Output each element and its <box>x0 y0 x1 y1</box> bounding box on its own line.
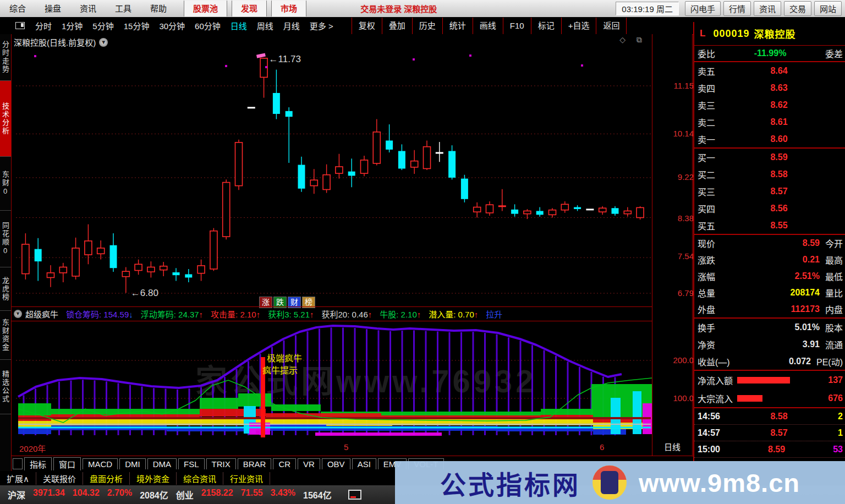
sell-label: 卖五 <box>698 64 715 78</box>
tab2-3[interactable]: 境外资金 <box>130 472 177 485</box>
indicator-name[interactable]: 超级疯牛 <box>25 308 58 320</box>
tab-DMI[interactable]: DMI <box>119 458 146 469</box>
top-button-2[interactable]: 资讯 <box>754 1 781 16</box>
buy-row-1: 买二8.58 <box>694 166 845 183</box>
tab-FSL[interactable]: FSL <box>178 458 205 469</box>
sidebar-tab-4[interactable]: 龙虎榜 <box>0 267 11 311</box>
menu-item-3[interactable]: 工具 <box>106 0 141 17</box>
watermark-banner: 公式指标网 www.9m8.cn <box>395 461 845 504</box>
menu-item-0[interactable]: 综合 <box>0 0 35 17</box>
tick-volume: 1 <box>838 428 843 438</box>
tab-指标[interactable]: 指标 <box>24 457 52 470</box>
marker-dot <box>469 54 471 57</box>
action-标记[interactable]: 标记 <box>531 18 561 34</box>
sidebar-tab-1[interactable]: 技术分析 <box>0 81 11 157</box>
tab-DMA[interactable]: DMA <box>147 458 177 469</box>
period-tab-0[interactable]: 分时 <box>30 20 57 31</box>
action-画线[interactable]: 画线 <box>473 18 503 34</box>
sidebar-tab-5[interactable]: 东财资金 <box>0 311 11 360</box>
action-+自选[interactable]: +自选 <box>561 18 596 34</box>
top-button-4[interactable]: 网站 <box>814 1 842 16</box>
buy-price: 8.55 <box>770 221 787 231</box>
indicator-field-label: 锁仓筹码: 154.59 <box>66 310 129 319</box>
candle <box>549 208 556 217</box>
sell-label: 卖二 <box>698 116 715 129</box>
tab-CR[interactable]: CR <box>273 458 296 469</box>
candle <box>398 144 405 170</box>
buy-row-0: 买一8.59 <box>694 149 845 166</box>
tick-row-1: 14:578.571 <box>694 425 845 441</box>
action-返回[interactable]: 返回 <box>596 18 627 34</box>
candle <box>286 107 293 163</box>
period-tab-5[interactable]: 60分钟 <box>190 20 226 31</box>
price-tick-0: 11.15 <box>654 81 694 90</box>
sidebar-tab-6[interactable]: 精选公式 <box>0 360 11 414</box>
collapse-icon[interactable]: ▼ <box>14 310 22 318</box>
chevron-down-icon[interactable]: ▼ <box>99 38 108 47</box>
tab-TRIX[interactable]: TRIX <box>206 458 236 469</box>
action-F10[interactable]: F10 <box>503 18 531 34</box>
tab-MACD[interactable]: MACD <box>83 458 118 469</box>
menu-item-2[interactable]: 资讯 <box>70 0 106 17</box>
window-icon[interactable] <box>15 22 25 29</box>
candle <box>536 207 544 216</box>
period-tab-4[interactable]: 30分钟 <box>154 20 190 31</box>
candle <box>35 238 42 281</box>
monitor-icon[interactable] <box>348 490 361 500</box>
tab-VR[interactable]: VR <box>298 458 320 469</box>
action-复权[interactable]: 复权 <box>352 18 382 34</box>
period-tab-9[interactable]: 更多 > <box>305 20 338 31</box>
menu-cell-1[interactable]: 发现 <box>232 1 267 17</box>
candle <box>461 175 468 202</box>
tab-窗口[interactable]: 窗口 <box>53 457 81 470</box>
period-tab-8[interactable]: 月线 <box>278 20 305 31</box>
sidebar-tab-0[interactable]: 分时走势 <box>0 34 11 81</box>
menu-item-4[interactable]: 帮助 <box>141 0 176 17</box>
action-统计[interactable]: 统计 <box>442 18 473 34</box>
candle <box>147 261 155 277</box>
tab-BRAR[interactable]: BRAR <box>238 458 272 469</box>
period-tab-6[interactable]: 日线 <box>226 20 252 31</box>
sidebar-tab-2[interactable]: 东财0 <box>0 157 11 211</box>
indicator-chart[interactable]: 家公式网www.76932极端疯牛疯牛提示 <box>14 321 652 440</box>
tab-mini[interactable] <box>13 458 23 469</box>
info2-row-1: 净资3.91流通 <box>694 336 845 353</box>
tick-row-0: 14:568.582 <box>694 408 845 425</box>
sidebar-tab-3[interactable]: 同花顺0 <box>0 211 11 267</box>
candle <box>173 268 180 281</box>
sell-row-2: 卖三8.62 <box>694 96 845 113</box>
candlestick-chart[interactable]: ←11.73←6.80 <box>14 50 652 300</box>
period-tab-7[interactable]: 周线 <box>252 20 278 31</box>
menu-cell-0[interactable]: 股票池 <box>184 1 227 17</box>
top-button-3[interactable]: 交易 <box>784 1 811 16</box>
candle <box>160 262 167 276</box>
candle <box>448 145 456 179</box>
tab2-4[interactable]: 综合资讯 <box>177 472 223 485</box>
tab-OBV[interactable]: OBV <box>322 458 350 469</box>
clock: 03:19:19 周二 <box>616 2 679 15</box>
sell-row-3: 卖二8.61 <box>694 113 845 130</box>
period-tab-2[interactable]: 5分钟 <box>87 20 118 31</box>
period-tab-1[interactable]: 1分钟 <box>57 20 87 31</box>
tab-ASI[interactable]: ASI <box>352 458 376 469</box>
menu-item-1[interactable]: 操盘 <box>35 0 70 17</box>
action-历史[interactable]: 历史 <box>412 18 442 34</box>
tab2-1[interactable]: 关联报价 <box>36 472 83 485</box>
top-button-1[interactable]: 行情 <box>723 1 751 16</box>
tab2-5[interactable]: 行业资讯 <box>223 472 270 485</box>
info-label: 涨跌 <box>698 253 715 266</box>
candle <box>210 228 217 271</box>
top-button-0[interactable]: 闪电手 <box>685 1 721 16</box>
status-item-6: 2158.22 <box>201 488 233 501</box>
period-tab-3[interactable]: 15分钟 <box>119 20 155 31</box>
tab2-0[interactable]: 扩展∧ <box>0 472 36 485</box>
band <box>18 428 51 434</box>
chart-corner-icons[interactable]: ◇ ⧉ <box>619 35 646 45</box>
login-status[interactable]: 交易未登录 深粮控股 <box>360 3 437 14</box>
tab2-2[interactable]: 盘面分析 <box>83 472 130 485</box>
chart-pane: 深粮控股(日线.前复权) ▼ ◇ ⧉ ←11.73←6.80 涨跌财榜 ▼ 超级… <box>12 34 693 457</box>
action-叠加[interactable]: 叠加 <box>382 18 412 34</box>
menu-cell-2[interactable]: 市场 <box>271 1 306 17</box>
arrow-icon: ↑ <box>417 310 421 319</box>
info-label2: 最低 <box>825 270 843 283</box>
